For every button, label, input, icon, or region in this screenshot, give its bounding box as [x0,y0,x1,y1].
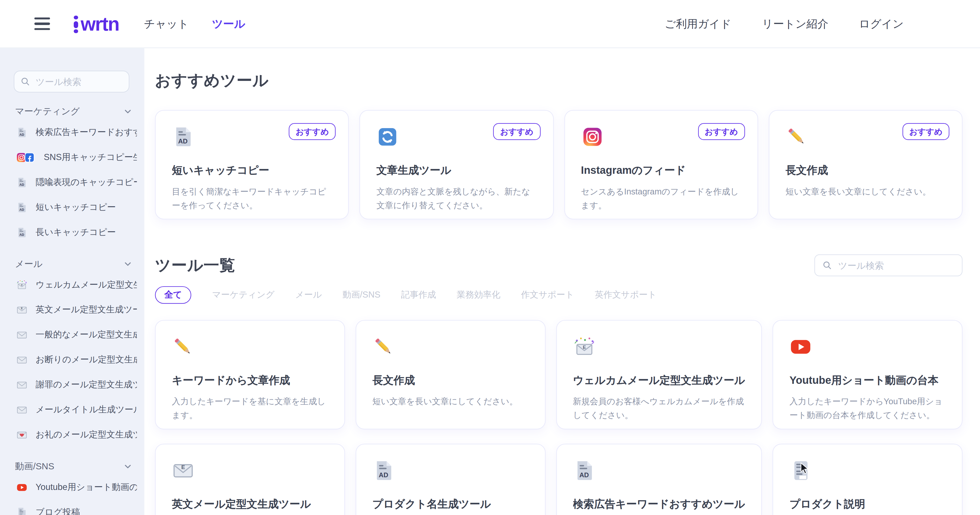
svg-text:E: E [181,464,185,470]
category-tab[interactable]: 動画/SNS [342,289,380,300]
sidebar-item-label: お礼のメール定型文生成ツール [36,429,137,440]
ad-doc-icon: AD [16,177,27,188]
sidebar-section-header[interactable]: メール [0,258,145,270]
sidebar-section-label: メール [15,258,43,270]
love-letter-icon [16,429,27,440]
tool-card-title: 長文作成 [786,163,946,177]
svg-text:AD: AD [19,183,24,186]
tool-card[interactable]: AD プロダクト名生成ツール 目を引くプロダクト名を作成してください。 [355,444,546,515]
sidebar-item[interactable]: AD 検索広告キーワードおすすめツ... [0,120,145,145]
sidebar-item[interactable]: AD 隠喩表現のキャッチコピー [0,170,145,195]
tool-list-title: ツール一覧 [155,255,235,276]
tool-card-description: 短い文章を長い文章にしてください。 [786,185,946,199]
sidebar-item[interactable]: SNS用キャッチコピー生成... [0,145,145,170]
tool-card[interactable]: E ウェルカムメール定型文生成ツール 新規会員のお客様へウェルカムメールを作成し… [556,320,762,429]
svg-text:AD: AD [19,133,24,137]
tool-card-title: 検索広告キーワードおすすめツール [573,497,745,511]
category-tab[interactable]: マーケティング [212,289,275,300]
envelope-icon [16,329,27,341]
sidebar-item[interactable]: 一般的なメール定型文生成ツール [0,323,145,348]
tool-card[interactable]: Youtube用ショート動画の台本 入力したキーワードからYouTube用ショー… [773,320,963,429]
sidebar-item[interactable]: E ウェルカムメール定型文生成ツ... [0,273,145,297]
nav-item[interactable]: チャット [144,16,189,32]
hamburger-menu-icon[interactable] [35,17,50,30]
tool-card-title: プロダクト説明 [790,497,946,511]
sidebar-section-header[interactable]: マーケティング [0,105,145,118]
email-e-icon: E [172,459,194,482]
sidebar-item[interactable]: Youtube用ショート動画の台本 [0,475,145,500]
chevron-down-icon[interactable] [124,260,132,268]
chevron-down-icon[interactable] [124,107,132,115]
sidebar-item-label: 長いキャッチコピー [36,227,116,238]
tool-card-title: 英文メール定型文生成ツール [172,497,328,511]
tool-card-description: 新規会員のお客様へウェルカムメールを作成してください。 [573,395,745,422]
tool-card-description: 文章の内容と文脈を残しながら、新たな文章に作り替えてください。 [376,185,537,212]
header-link[interactable]: リートン紹介 [762,16,829,32]
tool-card-description: 入力したキーワードを基に文章を生成します。 [172,395,328,422]
tool-list-search-input[interactable] [837,260,954,271]
tool-card[interactable]: 長文作成 短い文章を長い文章にしてください。 [355,320,546,429]
tool-card[interactable]: AD おすすめ 短いキャッチコピー 目を引く簡潔なキーワードキャッチコピーを作っ… [155,110,349,219]
sidebar-item[interactable]: お断りのメール定型文生成ツール [0,348,145,373]
envelope-icon [16,354,27,366]
header-link[interactable]: ご利用ガイド [665,16,731,32]
sidebar-section-items: E ウェルカムメール定型文生成ツ... E 英文メール定型文生成ツール 一般的な… [0,273,145,448]
sidebar-section-header[interactable]: 動画/SNS [0,460,145,472]
sidebar-item[interactable]: 謝罪のメール定型文生成ツール [0,373,145,397]
category-tab[interactable]: 業務効率化 [457,289,500,300]
tool-card-description: 目を引く簡潔なキーワードキャッチコピーを作ってください。 [172,185,332,212]
tool-card[interactable]: キーワードから文章作成 入力したキーワードを基に文章を生成します。 [155,320,345,429]
sidebar-item[interactable]: E 英文メール定型文生成ツール [0,297,145,323]
category-tab[interactable]: 作文サポート [521,289,574,300]
tool-card[interactable]: おすすめ 長文作成 短い文章を長い文章にしてください。 [769,110,963,219]
tool-cards: キーワードから文章作成 入力したキーワードを基に文章を生成します。 長文作成 短… [155,320,963,515]
sidebar-item-label: 一般的なメール定型文生成ツール [36,329,137,341]
sidebar-item[interactable]: AD 短いキャッチコピー [0,195,145,220]
sidebar-item-label: Youtube用ショート動画の台本 [36,482,137,493]
desktop-icon [790,459,812,482]
sidebar-search-box[interactable] [14,71,129,93]
tool-card-title: 短いキャッチコピー [172,163,332,177]
category-tab[interactable]: メール [295,289,322,300]
tool-list-search-box[interactable] [815,254,963,277]
sidebar-section-label: 動画/SNS [15,460,54,472]
sidebar-item[interactable]: ブログ投稿 [0,500,145,515]
ad-doc-icon: AD [372,459,395,482]
tool-card[interactable]: E 英文メール定型文生成ツール 大事なポイントを含めた英文メールを作成してくだ [155,444,345,515]
tool-card-description: 短い文章を長い文章にしてください。 [372,395,528,409]
sidebar-section: 動画/SNS Youtube用ショート動画の台本 ブログ投稿 [0,460,145,515]
tool-list-header: ツール一覧 [155,254,963,277]
sidebar-item[interactable]: AD 長いキャッチコピー [0,220,145,245]
main-nav: チャットツール [144,16,245,32]
chevron-down-icon[interactable] [124,462,132,470]
sidebar-section: メール E ウェルカムメール定型文生成ツ... E 英文メール定型文生成ツール … [0,258,145,447]
svg-text:E: E [583,345,586,350]
sidebar: マーケティング AD 検索広告キーワードおすすめツ... SNS用キャッチコピー… [0,48,145,515]
category-tab[interactable]: 英作文サポート [595,289,657,300]
tool-card[interactable]: おすすめ Instagramのフィード センスあるInstagramのフィードを… [564,110,758,219]
pencil-icon [372,335,395,358]
sidebar-search-input[interactable] [35,76,123,87]
tool-card[interactable]: プロダクト説明 プロダクトサービスに対する簡単な説明を入力する [773,444,963,515]
sidebar-item-label: 検索広告キーワードおすすめツ... [36,127,137,138]
youtube-icon [16,482,27,493]
tool-card-title: ウェルカムメール定型文生成ツール [573,373,745,388]
wrtn-logo[interactable]: wrtn [74,14,119,33]
svg-text:AD: AD [579,471,589,478]
sidebar-item[interactable]: お礼のメール定型文生成ツール [0,423,145,448]
svg-text:AD: AD [178,138,188,145]
sidebar-item[interactable]: メールタイトル生成ツール [0,397,145,423]
pencil-icon [786,126,808,148]
sidebar-item-label: 謝罪のメール定型文生成ツール [36,380,137,391]
tool-card[interactable]: AD 検索広告キーワードおすすめツール 検索エンジン広告に使用する効果的なキーワ… [556,444,762,515]
svg-text:AD: AD [19,208,24,211]
header-link[interactable]: ログイン [859,16,904,32]
recommended-badge: おすすめ [493,123,540,140]
tool-card[interactable]: おすすめ 文章生成ツール 文章の内容と文脈を残しながら、新たな文章に作り替えてく… [360,110,554,219]
welcome-mail-icon: E [16,280,27,291]
category-tab[interactable]: 記事作成 [401,289,436,300]
logo-dots-icon [74,14,78,33]
sidebar-item-label: SNS用キャッチコピー生成... [44,152,137,163]
nav-item[interactable]: ツール [212,16,245,32]
category-tab[interactable]: 全て [155,286,191,304]
